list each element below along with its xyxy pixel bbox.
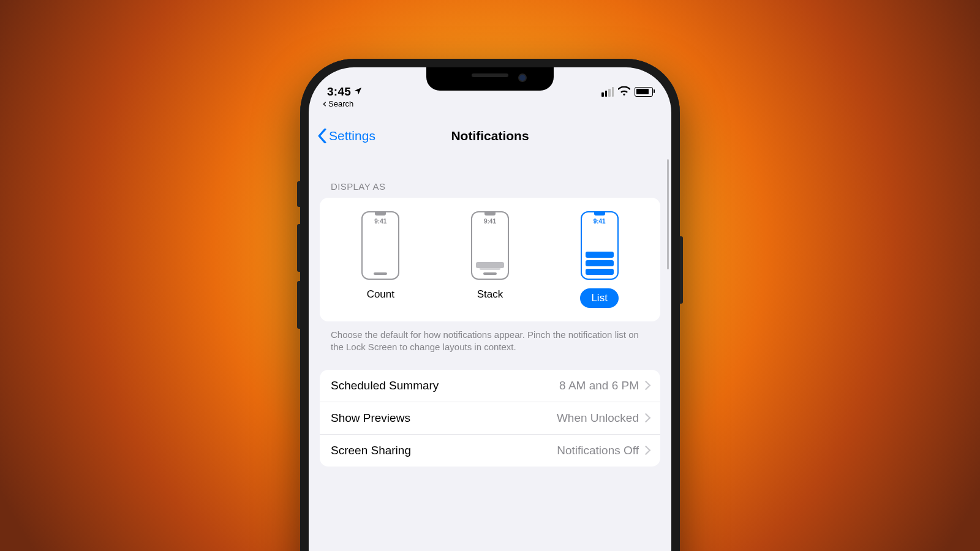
row-value: Notifications Off (557, 444, 639, 457)
breadcrumb-label: Search (328, 99, 353, 108)
nav-back-label: Settings (329, 129, 375, 143)
display-option-label: List (580, 288, 618, 308)
cellular-icon (601, 87, 614, 97)
row-value: When Unlocked (557, 411, 639, 425)
display-option-stack[interactable]: 9:41 Stack (453, 211, 527, 308)
phone-frame: 3:45 Search Settings Notificati (300, 59, 680, 551)
status-time: 3:45 (327, 85, 351, 99)
row-label: Scheduled Summary (331, 379, 439, 392)
chevron-left-icon (317, 129, 327, 143)
nav-bar: Settings Notifications (309, 121, 671, 151)
nav-back-button[interactable]: Settings (317, 129, 375, 143)
battery-icon (635, 87, 653, 97)
settings-list: Scheduled Summary 8 AM and 6 PM Show Pre… (320, 370, 660, 467)
display-option-count[interactable]: 9:41 Count (344, 211, 417, 308)
display-as-card: 9:41 Count 9:41 (320, 198, 660, 321)
chevron-right-icon (641, 413, 651, 423)
display-option-label: Count (367, 288, 394, 301)
phone-screen: 3:45 Search Settings Notificati (309, 67, 671, 551)
phone-thumbnail-icon: 9:41 (471, 211, 509, 280)
section-footer-display-as: Choose the default for how notifications… (320, 321, 660, 354)
notch (426, 67, 554, 91)
phone-thumbnail-icon: 9:41 (581, 211, 619, 280)
row-label: Show Previews (331, 411, 410, 425)
row-label: Screen Sharing (331, 444, 411, 457)
row-screen-sharing[interactable]: Screen Sharing Notifications Off (320, 435, 660, 467)
row-scheduled-summary[interactable]: Scheduled Summary 8 AM and 6 PM (320, 370, 660, 402)
chevron-right-icon (641, 446, 651, 455)
wifi-icon (618, 86, 630, 98)
phone-thumbnail-icon: 9:41 (361, 211, 399, 280)
section-header-display-as: DISPLAY AS (331, 181, 660, 192)
chevron-right-icon (641, 381, 651, 391)
location-icon (353, 85, 363, 99)
display-option-label: Stack (477, 288, 503, 301)
row-value: 8 AM and 6 PM (559, 379, 639, 392)
breadcrumb-back[interactable]: Search (322, 99, 353, 108)
content: DISPLAY AS 9:41 Count 9:4 (309, 159, 671, 467)
row-show-previews[interactable]: Show Previews When Unlocked (320, 402, 660, 435)
display-option-list[interactable]: 9:41 List (563, 211, 636, 308)
